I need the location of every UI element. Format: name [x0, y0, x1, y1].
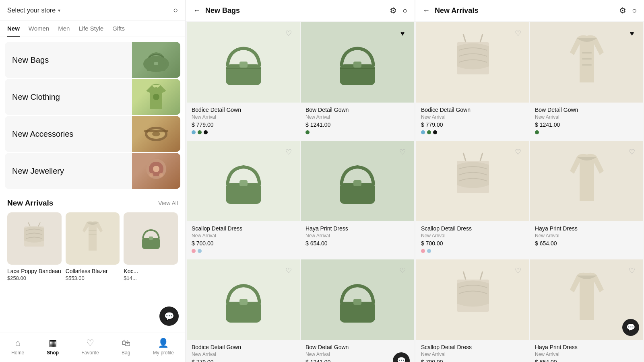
right-product-info-1: Bodice Detail Gown New Arrival $ 779.00: [416, 103, 529, 140]
product-price-2: $ 1241.00: [305, 121, 409, 128]
right-panel-title: New Arrivals: [435, 6, 478, 15]
nav-profile[interactable]: 👤 My profile: [153, 338, 174, 356]
right-wishlist-btn-6[interactable]: ♡: [625, 264, 638, 277]
svg-rect-16: [89, 230, 97, 231]
tab-women[interactable]: Women: [29, 25, 49, 37]
nav-bag[interactable]: 🛍 Bag: [122, 338, 130, 356]
product-name-3: Scallop Detail Dress: [192, 225, 295, 232]
view-all-link[interactable]: View All: [158, 200, 178, 206]
tab-new[interactable]: New: [7, 25, 20, 37]
middle-product-5[interactable]: ♡ Bodice Detail Gown New Arrival $ 779.0…: [187, 259, 300, 362]
right-product-info-2: Bow Detail Gown New Arrival $ 1241.00: [530, 103, 643, 140]
shop-icon: ▦: [49, 338, 57, 348]
store-select-label: Select your store: [7, 7, 56, 14]
chat-bubble-button[interactable]: 💬: [159, 306, 179, 326]
category-image-clothing: [132, 79, 180, 115]
product-price-1: $ 779.00: [192, 121, 295, 128]
right-product-5[interactable]: ♡ Scallop Detail Dress New Arrival $ 700…: [416, 259, 529, 362]
svg-rect-27: [239, 180, 248, 186]
product-tag-3: New Arrival: [192, 233, 295, 239]
wishlist-btn-4[interactable]: ♡: [396, 146, 409, 158]
back-arrow-icon[interactable]: ←: [193, 6, 200, 15]
right-color-dot-black: [433, 130, 437, 134]
right-wishlist-btn-2[interactable]: ♥: [625, 27, 638, 40]
color-dots-3: [192, 249, 295, 253]
right-product-tag-5: New Arrival: [421, 352, 524, 357]
right-back-arrow-icon[interactable]: ←: [423, 6, 430, 15]
nav-shop-label: Shop: [47, 350, 59, 356]
wishlist-btn-1[interactable]: ♡: [282, 27, 295, 40]
svg-rect-33: [353, 299, 361, 305]
right-product-name-1: Bodice Detail Gown: [421, 107, 524, 113]
store-select-button[interactable]: Select your store ▾: [7, 7, 60, 14]
color-dot-light-blue: [198, 249, 202, 253]
product-price-4: $ 654.00: [305, 240, 409, 247]
arrival-price-blazer: $553.00: [66, 275, 120, 281]
wishlist-btn-5[interactable]: ♡: [282, 264, 295, 277]
middle-header-left: ← New Bags: [193, 6, 240, 15]
chat-bubble-right[interactable]: 💬: [622, 319, 639, 336]
right-product-tag-3: New Arrival: [421, 233, 524, 239]
right-product-grid: ♡ Bodice Detail Gown New Arrival $ 779.0…: [415, 21, 644, 362]
right-header-left: ← New Arrivals: [423, 6, 478, 15]
right-color-dot-blue: [421, 130, 425, 134]
category-new-accessories[interactable]: New Accessories: [5, 116, 180, 152]
right-product-1[interactable]: ♡ Bodice Detail Gown New Arrival $ 779.0…: [416, 22, 529, 140]
middle-product-4[interactable]: ♡ Haya Print Dress New Arrival $ 654.00: [301, 141, 414, 259]
product-tag-5: New Arrival: [192, 352, 295, 357]
home-icon: ⌂: [15, 338, 20, 348]
tab-lifestyle[interactable]: Life Style: [78, 25, 103, 37]
filter-icon[interactable]: ⚙: [390, 6, 397, 15]
right-color-dots-2: [535, 130, 638, 134]
middle-product-1[interactable]: ♡ Bodice Detail Gown New Arrival $ 779.0…: [187, 22, 300, 140]
right-product-price-4: $ 654.00: [535, 240, 638, 247]
middle-panel-header: ← New Bags ⚙ ○: [186, 0, 415, 21]
right-product-6[interactable]: 💬 ♡ Haya Print Dress New Arrival $ 654.0…: [530, 259, 643, 362]
nav-home[interactable]: ⌂ Home: [11, 338, 24, 356]
right-product-4[interactable]: ♡ Haya Print Dress New Arrival $ 654.00: [530, 141, 643, 259]
right-product-price-3: $ 700.00: [421, 240, 524, 247]
arrival-card-koc[interactable]: Koc... $14...: [124, 212, 178, 281]
right-product-3[interactable]: ♡ Scallop Detail Dress New Arrival $ 700…: [416, 141, 529, 259]
right-wishlist-btn-5[interactable]: ♡: [512, 264, 524, 277]
svg-line-45: [480, 272, 483, 280]
search-icon-right[interactable]: ○: [632, 6, 637, 15]
right-wishlist-btn-4[interactable]: ♡: [625, 146, 638, 158]
arrival-card-bandeau[interactable]: Lace Poppy Bandeau $258.00: [7, 212, 62, 281]
right-product-tag-2: New Arrival: [535, 114, 638, 120]
product-name-4: Haya Print Dress: [305, 225, 409, 232]
search-icon-middle[interactable]: ○: [402, 6, 407, 15]
wishlist-btn-3[interactable]: ♡: [282, 146, 295, 158]
arrival-card-blazer[interactable]: Collarless Blazer $553.00: [66, 212, 120, 281]
nav-shop[interactable]: ▦ Shop: [47, 338, 59, 356]
color-dot-green: [198, 130, 202, 134]
right-product-2[interactable]: ♥ Bow Detail Gown New Arrival $ 1241.00: [530, 22, 643, 140]
right-product-price-2: $ 1241.00: [535, 121, 638, 128]
category-new-clothing[interactable]: New Clothing: [5, 79, 180, 115]
new-arrivals-header: New Arrivals View All: [7, 199, 178, 208]
middle-product-3[interactable]: ♡ Scallop Detail Dress New Arrival $ 700…: [187, 141, 300, 259]
arrival-price-koc: $14...: [124, 275, 178, 281]
arrival-card-img-bandeau: [7, 212, 62, 265]
search-icon[interactable]: ○: [173, 6, 178, 15]
right-product-info-3: Scallop Detail Dress New Arrival $ 700.0…: [416, 221, 529, 259]
middle-product-6[interactable]: 💬 ♡ Bow Detail Gown New Arrival $ 1241.0…: [301, 259, 414, 362]
svg-rect-29: [353, 180, 361, 186]
right-wishlist-btn-3[interactable]: ♡: [512, 146, 524, 158]
color-dot-black: [204, 130, 208, 134]
product-name-1: Bodice Detail Gown: [192, 107, 295, 113]
tab-gifts[interactable]: Gifts: [112, 25, 125, 37]
wishlist-btn-2[interactable]: ♥: [396, 27, 409, 40]
category-new-jewellery[interactable]: New Jewellery: [5, 153, 180, 189]
right-product-info-6: Haya Print Dress New Arrival $ 654.00: [530, 340, 643, 362]
product-tag-6: New Arrival: [305, 352, 409, 357]
nav-favorite[interactable]: ♡ Favorite: [81, 338, 99, 356]
filter-icon-right[interactable]: ⚙: [619, 6, 626, 15]
middle-product-2[interactable]: ♥ Bow Detail Gown New Arrival $ 1241.00: [301, 22, 414, 140]
tab-men[interactable]: Men: [58, 25, 70, 37]
right-wishlist-btn-1[interactable]: ♡: [512, 27, 524, 40]
wishlist-btn-6[interactable]: ♡: [396, 264, 409, 277]
product-tag-1: New Arrival: [192, 114, 295, 120]
arrival-name-koc: Koc...: [124, 268, 178, 274]
category-new-bags[interactable]: New Bags: [5, 42, 180, 78]
